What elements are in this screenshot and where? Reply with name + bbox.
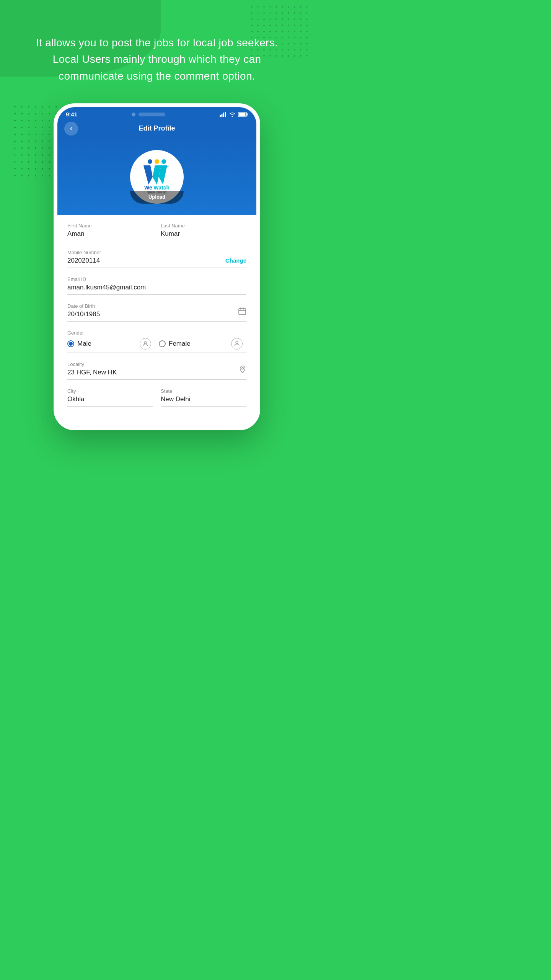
svg-point-16 xyxy=(236,341,238,344)
gender-label: Gender xyxy=(67,330,246,336)
svg-rect-1 xyxy=(222,114,223,117)
female-avatar-icon xyxy=(231,338,243,350)
profile-banner: ™ We Watch पहचान भारत की Upload xyxy=(57,139,256,215)
logo-dots xyxy=(148,159,166,164)
svg-point-17 xyxy=(242,368,244,369)
locality-row: Locality 23 HGF, New HK xyxy=(67,361,246,380)
mobile-row: Mobile Number 202020114 Change xyxy=(67,250,246,268)
page-title: Edit Profile xyxy=(139,124,175,132)
signal-icon xyxy=(220,112,227,117)
dob-label: Date of Birth xyxy=(67,303,246,309)
gender-options: Male Female xyxy=(67,338,246,353)
upload-overlay-label[interactable]: Upload xyxy=(130,191,184,204)
last-name-value: Kumar xyxy=(161,230,246,238)
locality-field[interactable]: Locality 23 HGF, New HK xyxy=(67,361,246,380)
location-icon[interactable] xyxy=(239,365,246,376)
notch-dot xyxy=(132,113,135,116)
svg-point-15 xyxy=(144,341,147,344)
email-field[interactable]: Email ID aman.lkusm45@gmail.com xyxy=(67,276,246,295)
status-bar: 9:41 xyxy=(57,107,256,121)
city-state-row: City Okhla State New Delhi xyxy=(67,388,246,407)
mobile-label: Mobile Number xyxy=(67,250,246,255)
city-value: Okhla xyxy=(67,395,153,403)
dob-field[interactable]: Date of Birth 20/10/1985 xyxy=(67,303,246,322)
mobile-field[interactable]: Mobile Number 202020114 Change xyxy=(67,250,246,268)
notch-area xyxy=(132,113,165,116)
svg-rect-3 xyxy=(225,112,226,117)
phone-mockup: 9:41 xyxy=(54,103,260,430)
gender-male-label: Male xyxy=(77,340,91,348)
wifi-icon xyxy=(229,112,236,117)
mobile-value: 202020114 xyxy=(67,257,246,265)
logo-dot-cyan xyxy=(161,159,166,164)
gender-male-option[interactable]: Male xyxy=(67,340,140,348)
email-label: Email ID xyxy=(67,276,246,282)
male-radio-fill xyxy=(69,342,73,346)
phone-mockup-wrapper: 9:41 xyxy=(0,100,314,453)
logo-text: We Watch xyxy=(144,185,170,191)
svg-rect-5 xyxy=(247,113,248,116)
top-nav-bar: ‹ Edit Profile xyxy=(57,121,256,139)
back-arrow-icon: ‹ xyxy=(70,124,72,132)
email-value: aman.lkusm45@gmail.com xyxy=(67,284,246,291)
status-time: 9:41 xyxy=(66,111,77,118)
header-description: It allows you to post the jobs for local… xyxy=(0,0,314,100)
last-name-label: Last Name xyxy=(161,223,246,229)
gender-row: Gender Male xyxy=(67,330,246,353)
name-row: First Name Aman Last Name Kumar xyxy=(67,223,246,241)
locality-value: 23 HGF, New HK xyxy=(67,369,246,376)
first-name-label: First Name xyxy=(67,223,153,229)
back-button[interactable]: ‹ xyxy=(64,122,78,136)
male-radio[interactable] xyxy=(67,340,74,347)
battery-icon xyxy=(238,112,248,117)
status-icons xyxy=(220,112,248,117)
dob-value: 20/10/1985 xyxy=(67,310,246,318)
svg-rect-6 xyxy=(239,113,246,116)
last-name-field[interactable]: Last Name Kumar xyxy=(161,223,246,241)
logo-w-svg: ™ xyxy=(143,165,170,185)
avatar-upload-button[interactable]: ™ We Watch पहचान भारत की Upload xyxy=(130,150,184,204)
svg-rect-11 xyxy=(239,309,246,315)
locality-label: Locality xyxy=(67,361,246,367)
logo-dot-yellow xyxy=(155,159,159,164)
state-field[interactable]: State New Delhi xyxy=(161,388,246,407)
svg-rect-0 xyxy=(220,115,221,117)
gender-female-option[interactable]: Female xyxy=(159,340,231,348)
notch-pill xyxy=(139,113,165,116)
first-name-field[interactable]: First Name Aman xyxy=(67,223,153,241)
female-radio[interactable] xyxy=(159,340,166,347)
first-name-value: Aman xyxy=(67,230,153,238)
svg-text:™: ™ xyxy=(166,166,170,169)
male-avatar-icon xyxy=(140,338,151,350)
gender-female-label: Female xyxy=(169,340,191,348)
change-mobile-button[interactable]: Change xyxy=(225,257,246,264)
edit-profile-form: First Name Aman Last Name Kumar Mobile N… xyxy=(57,215,256,426)
calendar-icon[interactable] xyxy=(238,307,246,317)
state-value: New Delhi xyxy=(161,395,246,403)
city-label: City xyxy=(67,388,153,394)
city-field[interactable]: City Okhla xyxy=(67,388,153,407)
dob-row: Date of Birth 20/10/1985 xyxy=(67,303,246,322)
wewatch-logo: ™ We Watch पहचान भारत की xyxy=(143,159,170,195)
state-label: State xyxy=(161,388,246,394)
logo-dot-blue xyxy=(148,159,152,164)
email-row: Email ID aman.lkusm45@gmail.com xyxy=(67,276,246,295)
svg-rect-2 xyxy=(223,113,224,117)
